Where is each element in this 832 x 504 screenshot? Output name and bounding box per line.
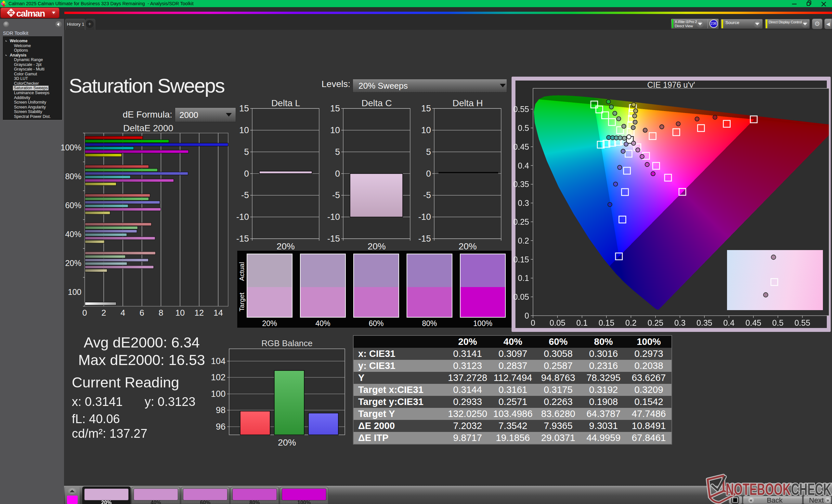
svg-text:0.5: 0.5	[518, 123, 529, 133]
svg-text:CHECK: CHECK	[791, 480, 831, 499]
svg-text:0.55: 0.55	[794, 318, 810, 327]
svg-text:0.1: 0.1	[518, 274, 529, 282]
svg-text:0.45: 0.45	[746, 318, 761, 327]
svg-text:0.2: 0.2	[518, 236, 529, 245]
svg-text:0.15: 0.15	[599, 318, 615, 327]
svg-text:0.1: 0.1	[576, 318, 588, 327]
svg-text:0.2: 0.2	[625, 318, 637, 327]
svg-text:0.4: 0.4	[723, 318, 734, 327]
svg-text:0.55: 0.55	[513, 105, 529, 114]
svg-text:0.05: 0.05	[550, 318, 566, 327]
svg-text:0.25: 0.25	[513, 217, 529, 226]
svg-text:0.25: 0.25	[647, 318, 663, 327]
svg-text:0.4: 0.4	[518, 161, 529, 170]
svg-text:0.3: 0.3	[674, 318, 686, 327]
svg-text:0: 0	[524, 311, 529, 320]
svg-text:0: 0	[531, 318, 535, 327]
svg-text:0.05: 0.05	[513, 292, 529, 301]
svg-text:NOTEBOOK: NOTEBOOK	[726, 480, 791, 499]
svg-text:0.35: 0.35	[697, 318, 712, 327]
svg-text:0.3: 0.3	[518, 198, 529, 207]
svg-text:0.5: 0.5	[772, 318, 784, 327]
svg-text:0.35: 0.35	[513, 179, 529, 189]
svg-text:0.45: 0.45	[513, 142, 529, 151]
svg-text:0.15: 0.15	[513, 255, 529, 264]
